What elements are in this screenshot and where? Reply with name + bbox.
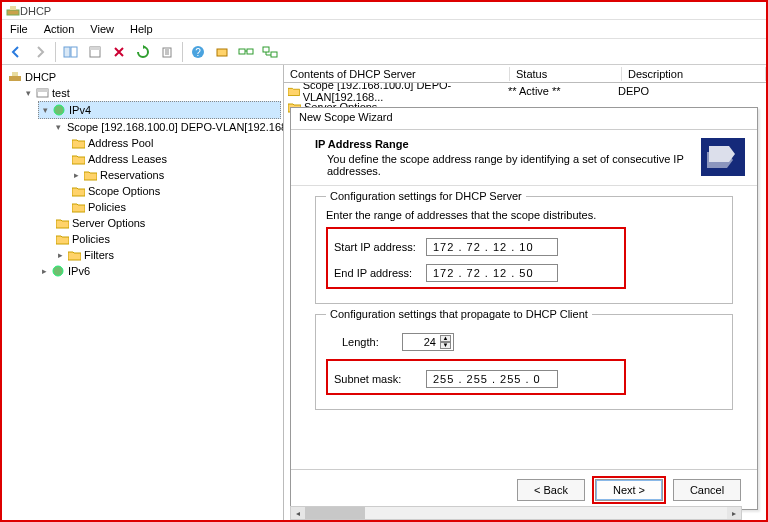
cell: Scope [192.168.100.0] DEPO-VLAN[192.168.… — [303, 83, 508, 103]
ipv6-icon — [52, 265, 65, 277]
start-ip-input[interactable]: 172 . 72 . 12 . 10 — [426, 238, 558, 256]
next-button[interactable]: Next > — [595, 479, 663, 501]
horizontal-scrollbar[interactable]: ◂ ▸ — [290, 506, 742, 520]
cancel-button[interactable]: Cancel — [673, 479, 741, 501]
cell: ** Active ** — [508, 85, 618, 97]
tree-ipv6[interactable]: ▸IPv6 — [38, 263, 281, 279]
reservations-icon — [84, 170, 97, 181]
refresh-icon[interactable] — [132, 41, 154, 63]
filters-icon — [68, 250, 81, 261]
mask-input[interactable]: 255 . 255 . 255 . 0 — [426, 370, 558, 388]
tree-filters[interactable]: ▸Filters — [54, 247, 281, 263]
list-header: Contents of DHCP Server Status Descripti… — [284, 65, 766, 83]
collapse-icon[interactable]: ▾ — [41, 106, 50, 115]
tree-label: Policies — [88, 199, 126, 215]
start-ip-label: Start IP address: — [334, 241, 426, 253]
tree-label: Server Options — [72, 215, 145, 231]
svg-rect-12 — [263, 47, 269, 52]
wizard-heading: IP Address Range — [315, 138, 695, 150]
toolbar-delete-icon[interactable] — [108, 41, 130, 63]
tree-label: Address Pool — [88, 135, 153, 151]
col-desc[interactable]: Description — [622, 67, 766, 81]
spin-down-icon[interactable]: ▼ — [440, 342, 451, 349]
menu-view[interactable]: View — [82, 21, 122, 37]
tree-ipv4[interactable]: ▾ IPv4 — [38, 101, 281, 119]
ip-range-highlight: Start IP address: 172 . 72 . 12 . 10 End… — [326, 227, 626, 289]
group-dhcp-server: Configuration settings for DHCP Server E… — [315, 196, 733, 304]
policies-icon — [56, 234, 69, 245]
tree-scope-label: Scope [192.168.100.0] DEPO-VLAN[192.168.… — [67, 119, 284, 135]
mask-label: Subnet mask: — [334, 373, 426, 385]
menu-action[interactable]: Action — [36, 21, 83, 37]
tree-scope[interactable]: ▾ Scope [192.168.100.0] DEPO-VLAN[192.16… — [54, 119, 281, 135]
end-ip-input[interactable]: 172 . 72 . 12 . 50 — [426, 264, 558, 282]
dhcp-icon — [6, 5, 20, 17]
tree-server-options[interactable]: Server Options — [54, 215, 281, 231]
expand-icon[interactable]: ▸ — [56, 251, 65, 260]
tree-label: Policies — [72, 231, 110, 247]
toolbar-net2-icon[interactable] — [259, 41, 281, 63]
scroll-right-icon[interactable]: ▸ — [727, 507, 741, 519]
tree-policies[interactable]: Policies — [70, 199, 281, 215]
length-spinner[interactable]: 24 ▲▼ — [402, 333, 454, 351]
svg-rect-1 — [10, 6, 16, 10]
group-legend: Configuration settings for DHCP Server — [326, 190, 526, 202]
svg-rect-0 — [7, 10, 19, 15]
wizard-dialog: New Scope Wizard IP Address Range You de… — [290, 107, 758, 510]
tree-server-label: test — [52, 85, 70, 101]
tree-server[interactable]: ▾ test — [22, 85, 281, 101]
toolbar-action1-icon[interactable] — [211, 41, 233, 63]
expand-icon[interactable]: ▸ — [40, 267, 49, 276]
svg-rect-10 — [239, 49, 245, 54]
svg-text:?: ? — [195, 47, 201, 58]
wizard-subheading: You define the scope address range by id… — [315, 153, 695, 177]
svg-rect-15 — [12, 72, 18, 76]
spin-up-icon[interactable]: ▲ — [440, 335, 451, 342]
col-contents[interactable]: Contents of DHCP Server — [284, 67, 510, 81]
ipv4-icon — [53, 104, 66, 116]
export-icon[interactable] — [156, 41, 178, 63]
menu-bar: File Action View Help — [2, 20, 766, 39]
svg-rect-14 — [9, 76, 21, 81]
folder-icon — [288, 86, 300, 97]
svg-rect-3 — [71, 47, 77, 57]
back-icon[interactable] — [5, 41, 27, 63]
tree-address-leases[interactable]: Address Leases — [70, 151, 281, 167]
tree-reservations[interactable]: ▸Reservations — [70, 167, 281, 183]
end-ip-label: End IP address: — [334, 267, 426, 279]
svg-rect-17 — [37, 89, 48, 92]
svg-point-18 — [54, 105, 64, 115]
tree-address-pool[interactable]: Address Pool — [70, 135, 281, 151]
scope-options-icon — [72, 186, 85, 197]
tree-root-label: DHCP — [25, 69, 56, 85]
list-row[interactable]: Scope [192.168.100.0] DEPO-VLAN[192.168.… — [284, 83, 766, 99]
svg-rect-11 — [247, 49, 253, 54]
tree-root[interactable]: DHCP — [6, 69, 281, 85]
scroll-left-icon[interactable]: ◂ — [291, 507, 305, 519]
menu-file[interactable]: File — [2, 21, 36, 37]
server-options-icon — [56, 218, 69, 229]
collapse-icon[interactable]: ▾ — [56, 123, 61, 132]
svg-rect-9 — [217, 49, 227, 56]
toolbar-show-icon[interactable] — [60, 41, 82, 63]
toolbar-help-icon[interactable]: ? — [187, 41, 209, 63]
toolbar: ? — [2, 39, 766, 65]
forward-icon — [29, 41, 51, 63]
svg-rect-2 — [64, 47, 70, 57]
tree-policies2[interactable]: Policies — [54, 231, 281, 247]
wizard-title: New Scope Wizard — [291, 108, 757, 130]
col-status[interactable]: Status — [510, 67, 622, 81]
tree-scope-options[interactable]: Scope Options — [70, 183, 281, 199]
menu-help[interactable]: Help — [122, 21, 161, 37]
collapse-icon[interactable]: ▾ — [24, 89, 33, 98]
content-pane: Contents of DHCP Server Status Descripti… — [284, 65, 766, 520]
expand-icon[interactable]: ▸ — [72, 171, 81, 180]
toolbar-properties-icon[interactable] — [84, 41, 106, 63]
scroll-thumb[interactable] — [305, 507, 365, 519]
group-dhcp-client: Configuration settings that propagate to… — [315, 314, 733, 410]
svg-rect-5 — [90, 47, 100, 50]
toolbar-net-icon[interactable] — [235, 41, 257, 63]
tree-label: Reservations — [100, 167, 164, 183]
server-icon — [36, 87, 49, 99]
back-button[interactable]: < Back — [517, 479, 585, 501]
